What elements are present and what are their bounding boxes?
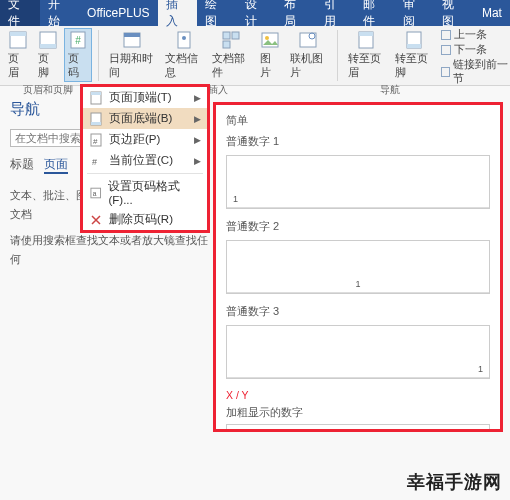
svg-text:a: a — [93, 189, 97, 196]
svg-rect-11 — [232, 32, 239, 39]
svg-text:#: # — [92, 157, 97, 167]
menu-separator — [87, 173, 203, 174]
tab-view[interactable]: 视图 — [434, 0, 474, 26]
sample-footline — [227, 377, 489, 378]
chevron-right-icon: ▶ — [194, 156, 201, 166]
svg-rect-22 — [91, 92, 101, 95]
nav-next[interactable]: 下一条 — [441, 43, 510, 57]
nav-quick-list: 上一条 下一条 链接到前一节 — [441, 26, 510, 85]
svg-text:#: # — [93, 137, 98, 146]
chevron-right-icon: ▶ — [194, 114, 201, 124]
sample-number: 1 — [233, 194, 238, 204]
svg-rect-12 — [223, 41, 230, 48]
tab-mailings[interactable]: 邮件 — [355, 0, 395, 26]
watermark: 幸福手游网 — [407, 470, 502, 494]
gotoheader-icon — [356, 30, 376, 50]
tab-layout[interactable]: 布局 — [276, 0, 316, 26]
group-nav: 导航 — [344, 82, 437, 98]
square-icon — [441, 30, 451, 40]
chevron-right-icon: ▶ — [194, 135, 201, 145]
nav-prev[interactable]: 上一条 — [441, 28, 510, 42]
square-icon — [441, 45, 451, 55]
group-header-footer: 页眉和页脚 — [4, 82, 92, 98]
svg-rect-24 — [91, 122, 101, 125]
gallery-item-plain1-label: 普通数字 1 — [226, 134, 490, 149]
btn-gotoheader[interactable]: 转至页眉 — [344, 28, 390, 82]
pagenum-dropdown: 页面顶端(T) ▶ 页面底端(B) ▶ # 页边距(P) ▶ # 当前位置(C)… — [80, 84, 210, 233]
menu-remove[interactable]: 删除页码(R) — [83, 209, 207, 230]
btn-docparts[interactable]: 文档部件 — [208, 28, 253, 82]
docparts-icon — [221, 30, 241, 50]
btn-docinfo[interactable]: 文档信息 — [161, 28, 206, 82]
tab-draw[interactable]: 绘图 — [197, 0, 237, 26]
svg-rect-15 — [300, 33, 316, 47]
sample-number: 1 — [478, 364, 483, 374]
menu-page-bottom[interactable]: 页面底端(B) ▶ — [83, 108, 207, 129]
tab-officeplus[interactable]: OfficePLUS — [79, 0, 157, 26]
nav-desc-2: 请使用搜索框查找文本或者放大镜查找任何 — [10, 231, 210, 268]
sample-number: 1 — [355, 279, 360, 289]
btn-picture[interactable]: 图片 — [256, 28, 284, 82]
datetime-icon — [122, 30, 142, 50]
svg-rect-18 — [359, 32, 373, 36]
svg-rect-1 — [10, 32, 26, 36]
gallery-item-bold[interactable] — [226, 424, 490, 432]
btn-footer[interactable]: 页脚 — [34, 28, 62, 82]
gotofooter-icon — [404, 30, 424, 50]
header-icon — [8, 30, 28, 50]
svg-rect-7 — [124, 33, 140, 37]
gallery-section-simple: 简单 — [226, 113, 490, 128]
btn-datetime[interactable]: 日期和时间 — [105, 28, 159, 82]
ribbon-tabs: 文件 开始 OfficePLUS 插入 绘图 设计 布局 引用 邮件 审阅 视图… — [0, 0, 510, 26]
footer-icon — [38, 30, 58, 50]
nav-tab-headings[interactable]: 标题 — [10, 157, 34, 174]
sample-footline — [227, 207, 489, 208]
tab-review[interactable]: 审阅 — [395, 0, 435, 26]
current-pos-icon: # — [89, 154, 103, 168]
tab-design[interactable]: 设计 — [237, 0, 277, 26]
svg-rect-3 — [40, 44, 56, 48]
gallery-item-plain2[interactable]: 1 — [226, 240, 490, 294]
btn-pagenum[interactable]: # 页码 — [64, 28, 92, 82]
page-top-icon — [89, 91, 103, 105]
menu-page-margin[interactable]: # 页边距(P) ▶ — [83, 129, 207, 150]
page-margin-icon: # — [89, 133, 103, 147]
gallery-section-xy: X / Y — [226, 389, 490, 401]
btn-gotofooter[interactable]: 转至页脚 — [391, 28, 437, 82]
onlinepic-icon — [298, 30, 318, 50]
tab-mat[interactable]: Mat — [474, 0, 510, 26]
svg-point-14 — [265, 36, 269, 40]
nav-link[interactable]: 链接到前一节 — [441, 58, 510, 86]
tab-references[interactable]: 引用 — [316, 0, 356, 26]
chevron-right-icon: ▶ — [194, 93, 201, 103]
gallery-item-plain2-label: 普通数字 2 — [226, 219, 490, 234]
gallery-item-plain3[interactable]: 1 — [226, 325, 490, 379]
sample-footline — [227, 292, 489, 293]
nav-tab-pages[interactable]: 页面 — [44, 157, 68, 174]
menu-current-pos[interactable]: # 当前位置(C) ▶ — [83, 150, 207, 171]
btn-header[interactable]: 页眉 — [4, 28, 32, 82]
picture-icon — [260, 30, 280, 50]
menu-format[interactable]: a 设置页码格式(F)... — [83, 176, 207, 209]
gallery-item-plain3-label: 普通数字 3 — [226, 304, 490, 319]
separator — [98, 30, 99, 81]
menu-page-top[interactable]: 页面顶端(T) ▶ — [83, 87, 207, 108]
format-icon: a — [89, 186, 102, 200]
pagenum-icon: # — [68, 30, 88, 50]
pagenum-gallery: 简单 普通数字 1 1 普通数字 2 1 普通数字 3 1 X / Y 加粗显示… — [213, 102, 503, 432]
docinfo-icon — [174, 30, 194, 50]
page-bottom-icon — [89, 112, 103, 126]
svg-text:#: # — [75, 35, 81, 46]
tab-insert[interactable]: 插入 — [158, 0, 198, 26]
separator — [337, 30, 338, 81]
svg-rect-10 — [223, 32, 230, 39]
svg-rect-20 — [407, 44, 421, 48]
tab-file[interactable]: 文件 — [0, 0, 40, 26]
remove-icon — [89, 213, 103, 227]
gallery-section-bold: 加粗显示的数字 — [226, 405, 490, 420]
tab-home[interactable]: 开始 — [40, 0, 80, 26]
btn-onlinepic[interactable]: 联机图片 — [286, 28, 331, 82]
ribbon-body: 页眉 页脚 # 页码 页眉和页脚 日期和时间 文档信息 — [0, 26, 510, 86]
square-icon — [441, 67, 450, 77]
gallery-item-plain1[interactable]: 1 — [226, 155, 490, 209]
